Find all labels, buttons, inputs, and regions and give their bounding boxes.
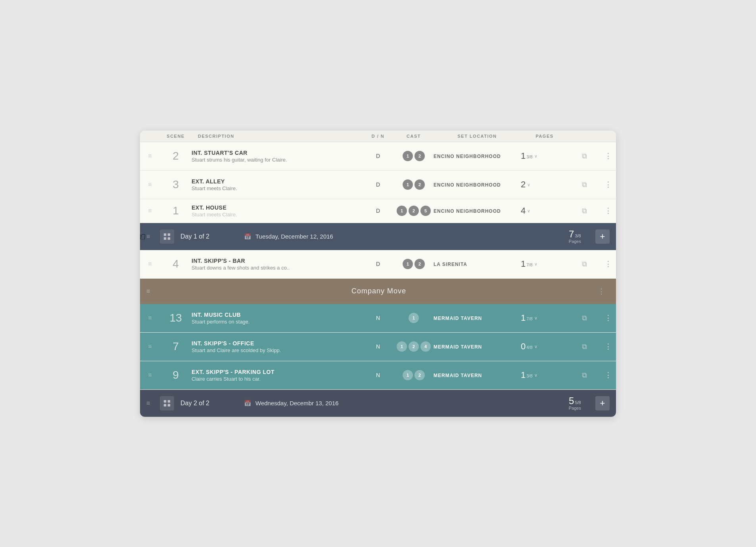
layers-icon: ⧉ — [582, 152, 587, 160]
drag-handle[interactable]: ≡ — [140, 372, 160, 379]
drag-handle[interactable]: ≡ — [140, 152, 160, 160]
company-move-drag[interactable]: ≡ — [146, 288, 160, 295]
pages-main: 1 — [521, 313, 526, 323]
pages-frac: 3/8 — [526, 374, 532, 378]
pages-main: 1 — [521, 259, 526, 269]
dm-col: N — [362, 372, 394, 379]
more-dots-icon[interactable]: ⋮ — [604, 260, 612, 268]
svg-rect-0 — [164, 233, 166, 235]
more-col[interactable]: ⋮ — [600, 152, 616, 160]
more-dots-icon[interactable]: ⋮ — [604, 342, 612, 351]
company-move-more[interactable]: ⋮ — [598, 287, 610, 296]
cast-bubble: 1 — [403, 370, 413, 380]
more-col[interactable]: ⋮ — [600, 342, 616, 351]
more-dots-icon[interactable]: ⋮ — [604, 371, 612, 379]
scene-desc: Stuart and Claire are scolded by Skipp. — [192, 347, 356, 353]
dm-text: D — [376, 261, 380, 267]
scene-row: ≡ 4 INT. SKIPP'S - BAR Stuart downs a fe… — [140, 250, 616, 279]
day-pages-label: Pages — [569, 239, 581, 244]
scene-desc: Stuart strums his guitar, waiting for Cl… — [192, 157, 356, 163]
drag-handle[interactable]: ≡ — [140, 181, 160, 188]
drag-handle[interactable]: ≡ — [140, 343, 160, 350]
layers-icon: ⧉ — [582, 181, 587, 189]
company-move-label: Company Move — [160, 287, 598, 295]
cast-bubble: 1 — [403, 179, 413, 190]
more-col[interactable]: ⋮ — [600, 314, 616, 322]
pages-chevron[interactable]: ∨ — [527, 208, 530, 214]
location-col: LA SIRENITA — [434, 260, 521, 268]
pages-chevron[interactable]: ∨ — [527, 182, 530, 187]
cast-bubble: 1 — [409, 313, 419, 323]
pages-chevron[interactable]: ∨ — [534, 262, 537, 267]
pages-main: 0 — [521, 341, 526, 352]
location-text: MERMAID TAVERN — [434, 373, 482, 378]
dm-col: D — [362, 152, 394, 160]
cast-col: 1 2 — [394, 370, 434, 380]
cast-col: 1 — [394, 313, 434, 323]
col-more-header — [600, 134, 616, 139]
pages-frac: 3/8 — [526, 154, 532, 159]
cast-bubble: 5 — [420, 206, 431, 216]
col-icons-header — [568, 134, 600, 139]
more-dots-icon[interactable]: ⋮ — [604, 152, 612, 160]
cast-bubble: 2 — [409, 206, 419, 216]
more-col[interactable]: ⋮ — [600, 260, 616, 268]
grid-svg — [163, 233, 171, 240]
pages-col: 2 ∨ — [521, 179, 568, 190]
cast-col: 1 2 5 — [394, 206, 434, 216]
pages-chevron[interactable]: ∨ — [534, 344, 537, 349]
more-dots-icon[interactable]: ⋮ — [604, 206, 612, 215]
column-headers: SCENE DESCRIPTION D / N CAST SET LOCATIO… — [140, 131, 616, 142]
day1-bar[interactable]: ≡ Day 1 of 2 📅 Tuesday, December 12, 201… — [140, 223, 616, 250]
pages-chevron[interactable]: ∨ — [534, 316, 537, 321]
col-dm-header: D / N — [362, 134, 394, 139]
drag-handle[interactable]: ≡ — [140, 260, 160, 268]
pages-chevron[interactable]: ∨ — [534, 373, 537, 378]
pages-chevron[interactable]: ∨ — [534, 154, 537, 159]
scene-desc: Stuart meets Claire. — [192, 185, 356, 191]
cast-bubble: 2 — [414, 259, 425, 269]
dm-text: N — [376, 343, 380, 350]
svg-rect-6 — [164, 404, 166, 406]
day2-bar[interactable]: ≡ Day 2 of 2 📅 Wednesday, Decembr 13, 20… — [140, 390, 616, 417]
pages-main: 4 — [521, 206, 526, 216]
more-col[interactable]: ⋮ — [600, 180, 616, 189]
more-col[interactable]: ⋮ — [600, 371, 616, 379]
svg-rect-3 — [168, 237, 170, 239]
drag-handle[interactable]: ≡ — [140, 314, 160, 322]
cast-col: 1 2 4 — [394, 341, 434, 352]
day-pages-area: 7 3/8 Pages — [569, 229, 581, 244]
scene-title: INT. STUART'S CAR — [192, 150, 356, 156]
more-dots-icon[interactable]: ⋮ — [604, 180, 612, 189]
dm-text: N — [376, 372, 380, 378]
location-col: MERMAID TAVERN — [434, 343, 521, 350]
icons-col: ⧉ — [568, 207, 600, 215]
scene-number: 7 — [160, 340, 192, 353]
more-dots-icon[interactable]: ⋮ — [604, 314, 612, 322]
dm-col: D — [362, 260, 394, 268]
location-text: MERMAID TAVERN — [434, 344, 482, 350]
day1-add-button[interactable]: + — [595, 229, 610, 244]
cast-bubble: 1 — [397, 341, 407, 352]
scene-row-day2: ≡ 7 INT. SKIPP'S - OFFICE Stuart and Cla… — [140, 333, 616, 361]
cast-col: 1 2 — [394, 179, 434, 190]
scene-desc: Stuart downs a few shots and strikes a c… — [192, 265, 356, 271]
day2-add-button[interactable]: + — [595, 396, 610, 410]
scene-info: INT. SKIPP'S - OFFICE Stuart and Claire … — [192, 335, 362, 358]
drag-handle[interactable]: ≡ — [140, 207, 160, 214]
svg-rect-2 — [164, 237, 166, 239]
company-move-row: ≡ Company Move ⋮ — [140, 279, 616, 304]
day-drag-handle[interactable]: ≡ — [146, 400, 160, 407]
day-pages-frac: 3/8 — [575, 233, 581, 238]
day-drag-handle[interactable]: ≡ — [146, 233, 160, 240]
layers-icon: ⧉ — [582, 207, 587, 215]
grid-svg — [163, 400, 171, 407]
col-cast-header: CAST — [394, 134, 434, 139]
day-date-area: 📅 Tuesday, December 12, 2016 — [244, 233, 569, 240]
day2-pages-frac: 5/8 — [575, 400, 581, 405]
location-text: LA SIRENITA — [434, 262, 467, 267]
icons-col: ⧉ — [568, 343, 600, 351]
more-col[interactable]: ⋮ — [600, 206, 616, 215]
col-desc-header: DESCRIPTION — [192, 134, 362, 139]
dm-col: D — [362, 207, 394, 214]
